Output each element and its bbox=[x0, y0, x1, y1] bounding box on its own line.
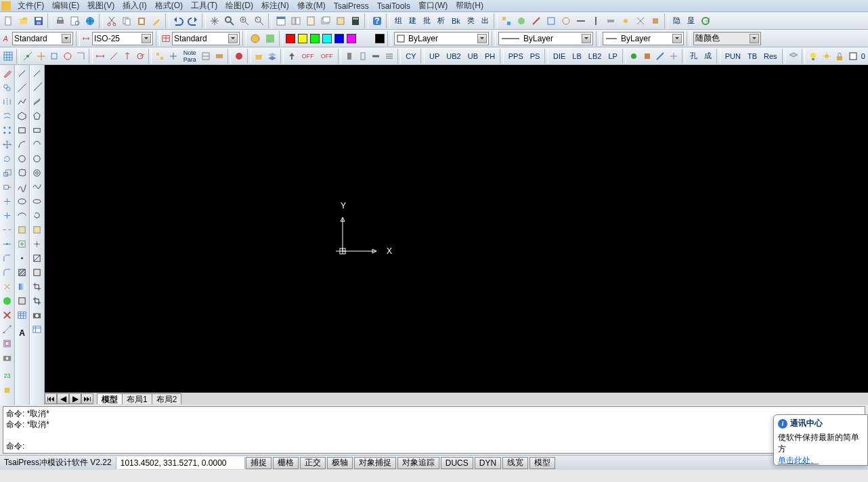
icon-f[interactable] bbox=[573, 14, 588, 28]
cy-button[interactable]: CY bbox=[402, 49, 419, 63]
drawing-canvas[interactable]: X Y ⏮ ◀ ▶ ⏭ 模型 布局1 布局2 bbox=[45, 65, 868, 405]
note-button[interactable]: NotePara bbox=[180, 49, 200, 63]
explode-button[interactable] bbox=[1, 280, 14, 293]
ducs-toggle[interactable]: DUCS bbox=[441, 457, 473, 469]
rect2-button[interactable] bbox=[30, 123, 44, 137]
show-button[interactable]: 显 bbox=[684, 14, 698, 28]
modify-e-icon[interactable] bbox=[213, 49, 226, 64]
zoom-realtime-button[interactable] bbox=[222, 14, 237, 28]
dimstyle-combo[interactable]: ISO-25 bbox=[92, 32, 153, 45]
undo-button[interactable] bbox=[171, 14, 186, 28]
table-button[interactable] bbox=[16, 308, 29, 322]
zoom-previous-button[interactable] bbox=[252, 14, 267, 28]
icon-c[interactable] bbox=[529, 14, 544, 28]
off2-button[interactable]: OFF bbox=[318, 49, 337, 63]
fillet-button[interactable] bbox=[1, 265, 14, 279]
reset-button[interactable] bbox=[30, 209, 44, 222]
paste-button[interactable] bbox=[134, 14, 149, 28]
ref-toggle-icon[interactable] bbox=[232, 49, 246, 64]
polar-toggle[interactable]: 极轴 bbox=[327, 457, 353, 469]
ray-button[interactable] bbox=[30, 81, 44, 94]
punch-a-icon[interactable] bbox=[343, 49, 356, 64]
crop2-button[interactable] bbox=[30, 294, 44, 307]
tab-first-button[interactable]: ⏮ bbox=[45, 393, 57, 404]
layers-icon[interactable] bbox=[265, 49, 279, 64]
array-button[interactable] bbox=[1, 123, 14, 137]
tab-layout1[interactable]: 布局1 bbox=[122, 393, 152, 404]
publish-button[interactable] bbox=[83, 14, 97, 28]
punch-d-icon[interactable] bbox=[383, 49, 396, 64]
open2-icon[interactable] bbox=[253, 49, 266, 64]
break-button[interactable] bbox=[1, 223, 14, 236]
menu-window[interactable]: 窗口(W) bbox=[414, 0, 452, 12]
xline-button[interactable] bbox=[16, 81, 29, 94]
command-window[interactable]: 命令: *取消* 命令: *取消* 命令: bbox=[3, 406, 865, 454]
pan-button[interactable] bbox=[207, 14, 222, 28]
polygon-button[interactable] bbox=[16, 109, 29, 123]
custom-edge-icon[interactable] bbox=[1, 322, 14, 336]
dim-a-icon[interactable] bbox=[94, 49, 108, 64]
match-properties-button[interactable] bbox=[149, 14, 164, 28]
menu-tsaipress[interactable]: TsaiPress bbox=[330, 1, 373, 11]
command-input[interactable] bbox=[24, 441, 862, 452]
icon-e[interactable] bbox=[559, 14, 573, 28]
custom-cam-icon[interactable] bbox=[1, 351, 14, 364]
ub-button[interactable]: UB bbox=[464, 49, 481, 63]
color-magenta[interactable] bbox=[347, 34, 356, 43]
class-button[interactable]: 类 bbox=[464, 14, 478, 28]
design-center-button[interactable] bbox=[288, 14, 303, 28]
polygon2-button[interactable] bbox=[30, 109, 44, 123]
pline-button[interactable] bbox=[16, 95, 29, 108]
menu-file[interactable]: 文件(F) bbox=[14, 0, 48, 12]
otrack-toggle[interactable]: 对象追踪 bbox=[397, 457, 439, 469]
gradient-button[interactable] bbox=[16, 280, 29, 293]
point2-button[interactable] bbox=[30, 237, 44, 250]
circle-button[interactable] bbox=[16, 152, 29, 165]
up2-button[interactable]: UP bbox=[426, 49, 443, 63]
modify-a-icon[interactable] bbox=[153, 49, 167, 64]
menu-annotate[interactable]: 标注(N) bbox=[257, 0, 293, 12]
menu-view[interactable]: 视图(V) bbox=[83, 0, 118, 12]
trim-button[interactable] bbox=[1, 194, 14, 208]
scale-button[interactable] bbox=[1, 166, 14, 179]
grid-toggle[interactable]: 栅格 bbox=[273, 457, 299, 469]
ortho-toggle[interactable]: 正交 bbox=[300, 457, 326, 469]
color-yellow[interactable] bbox=[298, 34, 307, 43]
new-file-button[interactable] bbox=[1, 14, 16, 28]
plotcolor-combo[interactable]: 随颜色 bbox=[693, 32, 761, 45]
insert2-button[interactable] bbox=[30, 223, 44, 236]
out-button[interactable]: 出 bbox=[478, 14, 492, 28]
block-insert-button[interactable] bbox=[16, 223, 29, 236]
cn-c-icon[interactable] bbox=[654, 49, 668, 64]
print-preview-button[interactable] bbox=[68, 14, 83, 28]
pps-button[interactable]: PPS bbox=[505, 49, 527, 63]
tab-layout2[interactable]: 布局2 bbox=[152, 393, 182, 404]
color-blue[interactable] bbox=[334, 34, 344, 43]
pun-button[interactable]: PUN bbox=[722, 49, 744, 63]
color-cyan[interactable] bbox=[322, 34, 332, 43]
icon-i[interactable] bbox=[618, 14, 633, 28]
ellipse-button[interactable] bbox=[16, 194, 29, 208]
dim-b-icon[interactable] bbox=[107, 49, 121, 64]
up-arrow-icon[interactable] bbox=[285, 49, 299, 64]
cut-button[interactable] bbox=[104, 14, 119, 28]
arc-button[interactable] bbox=[16, 137, 29, 151]
build-button[interactable]: 建 bbox=[406, 14, 420, 28]
tab-last-button[interactable]: ⏭ bbox=[81, 393, 93, 404]
custom-x-icon[interactable] bbox=[1, 308, 14, 322]
osnap-b-icon[interactable] bbox=[35, 49, 48, 64]
lineweight-combo[interactable]: ByLayer bbox=[603, 32, 684, 45]
custom-rect-icon[interactable] bbox=[1, 336, 14, 350]
menu-edit[interactable]: 编辑(E) bbox=[48, 0, 83, 12]
zoom-window-button[interactable] bbox=[237, 14, 252, 28]
res-button[interactable]: Res bbox=[760, 49, 781, 63]
icon-h[interactable] bbox=[603, 14, 618, 28]
batch-button[interactable]: 批 bbox=[420, 14, 434, 28]
menu-tsaitools[interactable]: TsaiTools bbox=[373, 1, 414, 11]
redo-button[interactable] bbox=[186, 14, 200, 28]
icon-b[interactable] bbox=[514, 14, 529, 28]
notif-link[interactable]: 单击此处。 bbox=[778, 456, 819, 465]
sheet-set-button[interactable] bbox=[318, 14, 333, 28]
icon-a[interactable] bbox=[499, 14, 514, 28]
ellipse2-button[interactable] bbox=[30, 194, 44, 208]
